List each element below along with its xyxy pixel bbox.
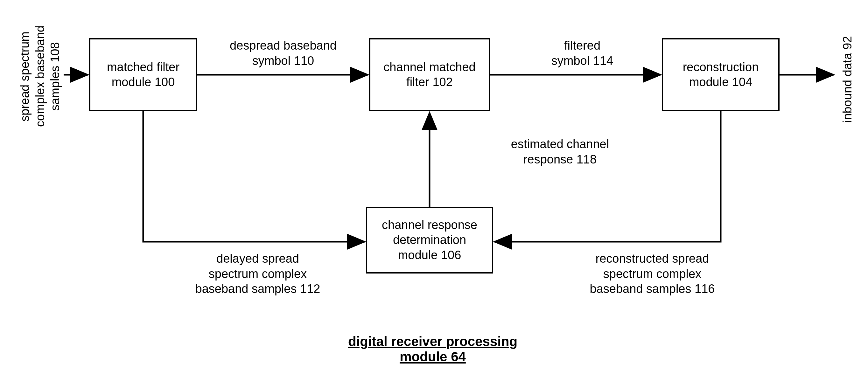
delayed-text: delayed spread spectrum complex baseband…	[195, 252, 320, 295]
channel-response-text: channel response determination module 10…	[382, 218, 477, 263]
reconstructed-label: reconstructed spread spectrum complex ba…	[573, 251, 732, 297]
output-label: inbound data 92	[840, 32, 855, 127]
channel-matched-filter-box: channel matched filter 102	[369, 38, 490, 111]
delayed-label: delayed spread spectrum complex baseband…	[178, 251, 337, 297]
estimated-text: estimated channel response 118	[511, 137, 609, 166]
matched-filter-box: matched filter module 100	[89, 38, 197, 111]
output-label-text: inbound data 92	[841, 36, 854, 123]
filtered-text: filtered symbol 114	[551, 39, 613, 67]
reconstruction-box: reconstruction module 104	[662, 38, 779, 111]
channel-matched-filter-text: channel matched filter 102	[383, 60, 475, 90]
diagram-title-text: digital receiver processing module 64	[348, 334, 517, 364]
despread-label: despread baseband symbol 110	[216, 38, 350, 68]
estimated-label: estimated channel response 118	[496, 137, 624, 167]
input-label: spread spectrum complex baseband samples…	[18, 9, 63, 143]
arrow-delayed	[143, 111, 365, 242]
reconstructed-text: reconstructed spread spectrum complex ba…	[590, 252, 715, 295]
arrow-reconstructed	[494, 111, 721, 242]
input-label-text: spread spectrum complex baseband samples…	[18, 26, 62, 127]
filtered-label: filtered symbol 114	[534, 38, 630, 68]
matched-filter-text: matched filter module 100	[107, 60, 180, 90]
despread-text: despread baseband symbol 110	[230, 39, 337, 67]
reconstruction-text: reconstruction module 104	[683, 60, 759, 90]
diagram-title: digital receiver processing module 64	[337, 334, 528, 364]
channel-response-box: channel response determination module 10…	[366, 207, 493, 273]
